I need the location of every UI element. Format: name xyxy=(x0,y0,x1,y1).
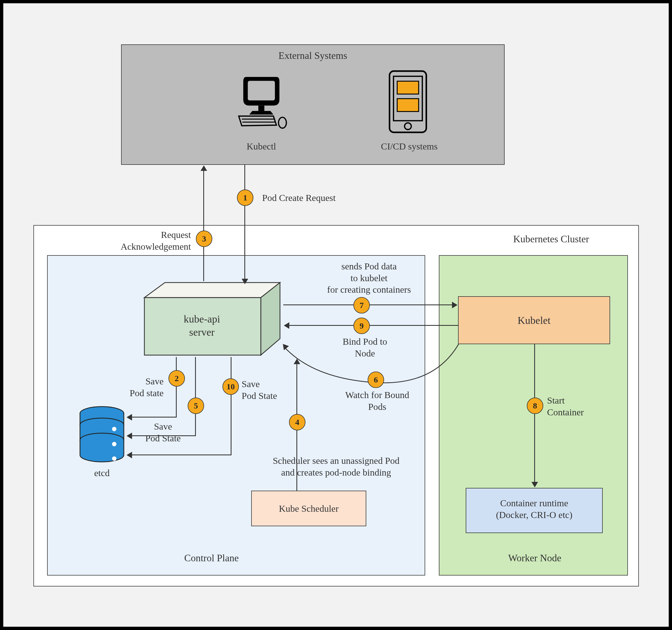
step-7-badge: 7 xyxy=(353,297,370,313)
step-6-badge: 6 xyxy=(368,372,384,388)
svg-point-4 xyxy=(279,117,287,128)
step-1-badge: 1 xyxy=(237,190,254,206)
step-4-badge: 4 xyxy=(289,414,306,430)
arrow-10-line-v xyxy=(231,357,232,455)
svg-rect-7 xyxy=(397,81,418,94)
diagram-canvas: External Systems Kubectl CI/CD systems K… xyxy=(0,0,672,630)
arrow-2-head xyxy=(126,414,132,421)
container-runtime-label: Container runtime (Docker, CRI-O etc) xyxy=(466,498,603,521)
kube-api-label: kube-api server xyxy=(157,313,247,339)
svg-point-9 xyxy=(405,123,411,130)
etcd-label: etcd xyxy=(80,468,124,479)
external-systems-box: External Systems Kubectl CI/CD systems xyxy=(121,44,505,165)
step-8-label: Start Container xyxy=(547,395,607,418)
svg-point-16 xyxy=(112,427,116,431)
kubelet-label: Kubelet xyxy=(458,314,610,327)
step-5-badge: 5 xyxy=(188,398,204,414)
arrow-2-line-h xyxy=(131,417,177,418)
step-4-label: Scheduler sees an unassigned Pod and cre… xyxy=(251,455,421,478)
kube-scheduler-label: Kube Scheduler xyxy=(251,503,366,515)
svg-point-18 xyxy=(112,456,116,461)
arrow-3-line xyxy=(203,170,204,281)
step-5-label: Save Pod State xyxy=(137,421,189,444)
cicd-icon xyxy=(385,70,431,134)
step-2-label: Save Pod state xyxy=(112,376,164,399)
arrow-5-line-v xyxy=(195,357,196,436)
worker-node-title: Worker Node xyxy=(485,552,584,564)
external-systems-title: External Systems xyxy=(122,50,504,61)
arrow-9-head xyxy=(284,322,289,329)
step-9-badge: 9 xyxy=(353,318,370,334)
arrow-1-line xyxy=(244,165,245,280)
arrow-3-head xyxy=(200,166,207,171)
svg-rect-0 xyxy=(248,81,275,100)
step-1-label: Pod Create Request xyxy=(262,192,372,204)
kubernetes-cluster-title: Kubernetes Cluster xyxy=(483,233,620,245)
arrow-5-head xyxy=(126,433,132,439)
svg-point-17 xyxy=(112,442,116,446)
step-3-badge: 3 xyxy=(196,230,212,247)
svg-marker-10 xyxy=(144,282,280,298)
etcd-icon xyxy=(79,406,125,463)
arrow-10-head xyxy=(126,452,132,458)
arrow-1-head xyxy=(242,279,248,284)
kubectl-label: Kubectl xyxy=(220,141,303,152)
arrow-2-line-v xyxy=(176,357,177,417)
step-6-label: Watch for Bound Pods xyxy=(332,389,423,412)
step-8-badge: 8 xyxy=(527,398,543,414)
arrow-7-head xyxy=(452,302,457,308)
computer-icon xyxy=(231,71,291,131)
step-3-label: Request Acknowledgement xyxy=(106,229,191,252)
arrow-10-line-h xyxy=(131,454,232,455)
arrow-8-head xyxy=(531,482,538,487)
control-plane-title: Control Plane xyxy=(157,552,266,564)
svg-rect-1 xyxy=(258,106,264,111)
arrow-9-line xyxy=(289,325,458,326)
cicd-label: CI/CD systems xyxy=(365,141,453,152)
step-10-badge: 10 xyxy=(222,378,239,395)
step-2-badge: 2 xyxy=(168,370,185,386)
svg-rect-8 xyxy=(397,99,418,111)
step-7-label: sends Pod data to kubelet for creating c… xyxy=(305,261,433,296)
